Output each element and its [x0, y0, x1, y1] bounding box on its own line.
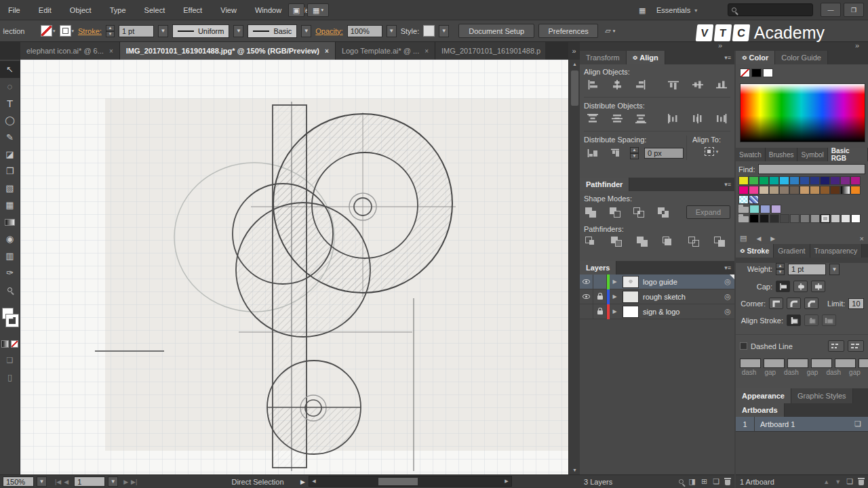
collapse-panels-icon[interactable]: »: [855, 41, 859, 49]
scroll-left-icon[interactable]: ◀: [309, 477, 319, 486]
minus-front-icon[interactable]: [608, 207, 623, 218]
swatch[interactable]: [851, 214, 861, 223]
pattern-swatch[interactable]: [738, 195, 749, 204]
layer-row[interactable]: ▶ rough sketch ◎: [580, 289, 734, 304]
butt-cap-icon[interactable]: [776, 281, 790, 292]
lock-toggle[interactable]: [593, 289, 607, 304]
delete-layer-icon[interactable]: [725, 480, 730, 485]
lock-toggle[interactable]: [593, 274, 607, 289]
swatch[interactable]: [759, 176, 769, 185]
tab-color[interactable]: ≎Color: [736, 51, 775, 64]
swatch[interactable]: [760, 214, 769, 223]
type-tool[interactable]: T: [0, 95, 20, 112]
search-input[interactable]: [739, 6, 807, 14]
layer-name[interactable]: logo guide: [642, 278, 721, 286]
menu-file[interactable]: File: [0, 0, 28, 20]
swatch[interactable]: [749, 186, 759, 195]
scroll-right-icon[interactable]: ▶: [502, 477, 511, 486]
width-profile-dropdown-icon[interactable]: ▼: [233, 25, 243, 37]
layer-thumbnail[interactable]: [623, 291, 639, 303]
exclude-icon[interactable]: [656, 207, 671, 218]
tab-artboards[interactable]: Artboards: [736, 403, 785, 417]
document-tab-active[interactable]: IMG_20170101_161901488.jpg* @ 150% (RGB/…: [120, 42, 336, 60]
layer-name[interactable]: sign & logo: [642, 308, 721, 316]
h-distribute-space-icon[interactable]: [607, 146, 625, 160]
weight-stepper[interactable]: ▲▼: [776, 263, 785, 275]
miter-join-icon[interactable]: [769, 298, 783, 309]
swatch[interactable]: [789, 176, 800, 185]
expand-icon[interactable]: ▶: [610, 293, 620, 300]
limit-field[interactable]: 10: [848, 298, 864, 309]
swatch[interactable]: [831, 214, 840, 223]
swatch[interactable]: [810, 176, 820, 185]
stroke-weight-dropdown-icon[interactable]: ▼: [158, 25, 168, 37]
v-distribute-space-icon[interactable]: [584, 146, 601, 160]
distribute-right-icon[interactable]: [713, 112, 730, 125]
tab-symbols[interactable]: Symbol: [797, 148, 827, 161]
brush-definition-dropdown-icon[interactable]: ▼: [301, 25, 311, 37]
gap-field[interactable]: [811, 359, 832, 368]
locate-object-icon[interactable]: [679, 479, 684, 484]
visibility-toggle[interactable]: [580, 274, 593, 289]
pattern-swatch[interactable]: [749, 195, 759, 204]
chevron-down-icon[interactable]: ▾: [53, 28, 56, 34]
document-tab[interactable]: IMG_20170101_161901488.p: [435, 42, 545, 60]
pencil-tool[interactable]: ✎: [0, 129, 20, 146]
gradient-swatch[interactable]: [840, 186, 850, 195]
layer-row[interactable]: ▶ logo guide ◎: [580, 274, 734, 289]
swatch[interactable]: [769, 186, 779, 195]
new-artboard-icon[interactable]: ❏: [846, 477, 853, 486]
spacing-stepper[interactable]: ▲▼: [630, 147, 639, 159]
document-tab[interactable]: Logo Template.ai* @ ...×: [336, 42, 435, 60]
preferences-button[interactable]: Preferences: [538, 24, 598, 38]
round-join-icon[interactable]: [787, 298, 801, 309]
swatch[interactable]: [738, 186, 749, 195]
swatch[interactable]: [830, 186, 840, 195]
divide-icon[interactable]: [584, 236, 599, 247]
align-bottom-icon[interactable]: [713, 78, 730, 92]
stroke-swatch[interactable]: [6, 314, 18, 327]
spacing-value-field[interactable]: 0 px: [644, 148, 684, 159]
color-group-folder-icon[interactable]: [738, 216, 749, 222]
swatch[interactable]: [769, 176, 779, 185]
panel-menu-icon[interactable]: ▾≡: [721, 178, 734, 191]
unite-icon[interactable]: [584, 207, 599, 218]
workspace-menu[interactable]: Essentials ▾: [656, 0, 697, 20]
swatch[interactable]: [830, 176, 840, 185]
expand-button[interactable]: Expand: [686, 205, 730, 219]
new-sublayer-icon[interactable]: ⊞: [701, 477, 707, 486]
tab-transparency[interactable]: Transparency: [810, 244, 863, 258]
eyedropper-tool[interactable]: ✑: [0, 264, 20, 281]
search-box[interactable]: [728, 3, 813, 16]
menu-select[interactable]: Select: [136, 0, 174, 20]
swatch[interactable]: [800, 214, 810, 223]
dash-field[interactable]: [740, 359, 761, 368]
chevron-down-icon[interactable]: ▾: [72, 28, 75, 34]
gradient-tool[interactable]: [0, 214, 20, 230]
swatch[interactable]: [789, 186, 800, 195]
swatch[interactable]: [780, 214, 789, 223]
restore-button[interactable]: ❐: [844, 3, 864, 17]
gradient-mode-icon[interactable]: [1, 340, 9, 348]
distribute-top-icon[interactable]: [584, 112, 601, 125]
swatch[interactable]: [749, 205, 760, 214]
fill-stroke-indicator[interactable]: [1, 306, 20, 338]
preserve-dash-icon[interactable]: [828, 340, 844, 352]
fill-color-swatch[interactable]: [41, 25, 52, 37]
distribute-left-icon[interactable]: [665, 112, 682, 125]
tab-graphic-styles[interactable]: Graphic Styles: [791, 388, 853, 403]
document-tab[interactable]: elephant icon.ai* @ 6...×: [20, 42, 120, 60]
layer-thumbnail[interactable]: [623, 306, 639, 318]
collapse-panels-icon[interactable]: »: [718, 41, 722, 49]
scroll-up-icon[interactable]: ▲: [569, 60, 580, 68]
swatch[interactable]: [779, 176, 789, 185]
lasso-tool[interactable]: ◌: [0, 78, 20, 95]
selection-tool[interactable]: ↖: [0, 61, 20, 78]
swatch[interactable]: [749, 214, 759, 223]
document-setup-button[interactable]: Document Setup: [458, 24, 534, 38]
swatch-selected[interactable]: [821, 214, 830, 223]
style-dropdown-icon[interactable]: ▼: [439, 25, 449, 37]
tab-pathfinder[interactable]: Pathfinder: [580, 178, 629, 191]
last-artboard-icon[interactable]: ▶|: [131, 479, 137, 485]
distribute-h-center-icon[interactable]: [689, 112, 707, 125]
